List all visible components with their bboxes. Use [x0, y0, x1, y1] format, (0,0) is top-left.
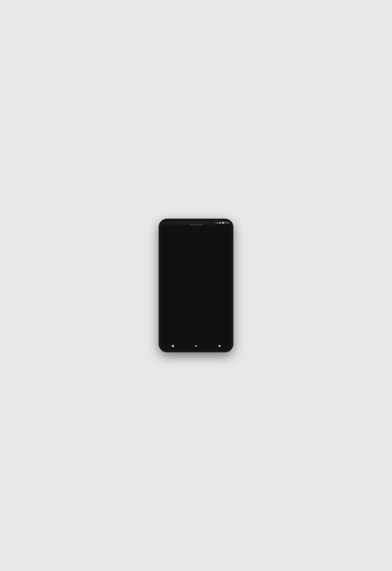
back-button[interactable]: ◀ [169, 342, 176, 349]
phone-device: LTE 6:33 ≡ ⊟ [159, 219, 233, 352]
status-time: 6:33 [226, 222, 229, 224]
home-button[interactable]: ● [192, 342, 200, 349]
phone-camera [183, 223, 185, 225]
status-icons: LTE 6:33 [215, 222, 229, 224]
battery-icon [222, 222, 225, 224]
signal-icon [219, 222, 221, 224]
phone-screen-container: LTE 6:33 ≡ ⊟ [161, 221, 231, 350]
lte-indicator: LTE [215, 222, 218, 224]
recent-button[interactable]: ■ [216, 342, 223, 349]
phone-speaker [189, 224, 203, 225]
bottom-navigation: ◀ ● ■ [161, 341, 231, 350]
